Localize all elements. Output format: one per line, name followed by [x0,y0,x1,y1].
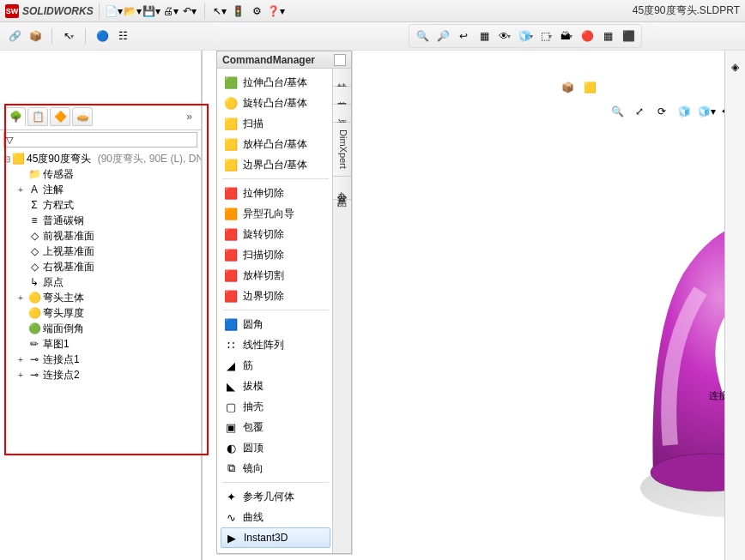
tree-item[interactable]: 🟢端面倒角 [3,321,201,336]
render-icon: 🔴 [581,30,594,42]
tree-item[interactable]: ◇右视基准面 [3,259,201,274]
cmd-item[interactable]: 🟥旋转切除 [221,224,330,244]
tree-item[interactable]: ◇前视基准面 [3,228,201,244]
toggle-icon[interactable]: + [15,355,26,364]
hud-rotate[interactable]: ⟳ [652,102,671,121]
view-button[interactable]: 👁▾ [495,27,514,45]
prev-button[interactable]: ↩ [454,27,473,45]
cmd-item[interactable]: 🟧异型孔向导 [221,203,330,224]
toolbar-row-2: 🔗 📦 ↖▾ 🔵 ☷ 🔍 🔎 ↩ ▦ 👁▾ 🧊▾ ⬚▾ 🏔▾ 🔴 ▦ ⬛ [0,22,745,51]
toggle-icon[interactable]: + [15,185,26,195]
cmd-item[interactable]: ▣包覆 [221,417,330,437]
workspace: 🌳 📋 🔶 🥧 » ⊟ 🟨 45度90度弯头 (90度弯头, 90E (L), … [0,51,745,560]
grid-button[interactable]: ▦ [598,27,617,45]
vp-tab-2[interactable]: 🟨 [580,78,599,97]
tree-item[interactable]: ◇上视基准面 [3,244,201,259]
tree-item[interactable]: 📁传感器 [3,166,201,182]
toggle-icon[interactable]: ⊟ [3,154,10,164]
assembly-button[interactable]: 🔗 [5,27,24,45]
cmd-tab[interactable]: 评估 [333,105,351,123]
elbow-3d-model[interactable] [572,162,745,522]
cmd-item[interactable]: ◐圆顶 [221,437,330,458]
cmd-item[interactable]: ∷线性阵列 [221,334,330,355]
cmd-tab[interactable]: 特征 [333,69,351,87]
cmd-item[interactable]: 🟩拉伸凸台/基体 [221,72,330,93]
cmd-item-label: 曲线 [243,510,263,525]
tree-item[interactable]: +A注解 [3,182,201,197]
hud-cube1[interactable]: 🧊 [675,102,694,121]
cmd-item[interactable]: 🟨扫描 [221,113,330,134]
cmd-item[interactable]: 🟥边界切除 [221,286,330,306]
options-icon: ⚙ [252,5,262,17]
section-icon: ▦ [480,30,489,42]
cmd-item[interactable]: 🟥拉伸切除 [221,183,330,203]
tree-item[interactable]: ≡普通碳钢 [3,213,201,228]
render-button[interactable]: 🔴 [578,27,597,45]
cmd-item[interactable]: ▢抽壳 [221,396,330,417]
cmd-item[interactable]: 🟨放样凸台/基体 [221,134,330,154]
tree-item[interactable]: +⊸连接点2 [3,367,201,382]
tab-feature-tree[interactable]: 🌳 [5,107,26,126]
tree-item[interactable]: ✏草图1 [3,336,201,352]
rebuild-button[interactable]: 🚦 [229,2,248,21]
cmd-tab[interactable]: 办公室产品 [333,177,351,200]
viewport-tabs: 📦 🟨 [558,78,599,97]
tab-property[interactable]: 📋 [27,107,48,126]
appearance-button[interactable]: 🔵 [93,27,112,45]
hud-zoom[interactable]: 🔍 [608,102,627,121]
edge-button[interactable]: ⬚▾ [536,27,555,45]
zoom-button[interactable]: 🔍 [413,27,432,45]
save-button[interactable]: 💾▾ [142,2,161,21]
zoomarea-button[interactable]: 🔎 [433,27,452,45]
part-button[interactable]: 📦 [26,27,45,45]
filter-input[interactable] [3,132,197,148]
cmd-item[interactable]: 🟥扫描切除 [221,244,330,265]
scene-button[interactable]: 🏔▾ [557,27,576,45]
tree-item[interactable]: Σ方程式 [3,197,201,213]
cmd-tab[interactable]: DimXpert [333,123,351,177]
open-button[interactable]: 📂▾ [124,2,142,21]
hud-fit[interactable]: ⤢ [630,102,649,121]
command-manager-header[interactable]: CommandManager [217,51,351,69]
list-button[interactable]: ☷ [113,27,132,45]
cmd-item[interactable]: 🟡旋转凸台/基体 [221,93,330,113]
cmd-item[interactable]: 🟦圆角 [221,314,330,334]
cmd-item[interactable]: ∿曲线 [221,507,330,527]
tab-dim[interactable]: 🥧 [72,107,93,126]
tree-item[interactable]: +⊸连接点1 [3,352,201,367]
options-button[interactable]: ⚙ [248,2,267,21]
task-pane[interactable]: ◈ [724,51,745,560]
hud-cube2[interactable]: 🧊▾ [697,102,716,121]
print-button[interactable]: 🖨▾ [161,2,180,21]
tree-item[interactable]: ↳原点 [3,274,201,290]
pin-icon[interactable] [334,54,346,66]
toggle-icon[interactable]: + [15,293,26,303]
cmd-item[interactable]: 🟥放样切割 [221,265,330,286]
display-button[interactable]: 🧊▾ [516,27,535,45]
cmd-item[interactable]: ✦参考几何体 [221,486,330,507]
panel-collapse-button[interactable]: » [183,111,196,123]
shadow-button[interactable]: ⬛ [619,27,638,45]
tree-root[interactable]: ⊟ 🟨 45度90度弯头 (90度弯头, 90E (L), DN [3,151,201,166]
cmd-item[interactable]: ⧉镜向 [221,458,330,479]
cursor-button[interactable]: ↖▾ [59,27,78,45]
cmd-item[interactable]: ◢筋 [221,355,330,376]
help-button[interactable]: ❓▾ [267,2,286,21]
feature-tree[interactable]: ⊟ 🟨 45度90度弯头 (90度弯头, 90E (L), DN 📁传感器+A注… [0,149,201,560]
taskpane-triad[interactable]: ◈ [726,57,745,76]
select-button[interactable]: ↖▾ [210,2,229,21]
command-tabs: 特征草图评估DimXpert办公室产品 [332,69,351,553]
new-button[interactable]: 📄▾ [105,2,124,21]
cmd-item-label: 圆顶 [243,441,263,455]
section-button[interactable]: ▦ [475,27,494,45]
tree-item[interactable]: 🟡弯头厚度 [3,305,201,321]
cmd-item[interactable]: ◣拔模 [221,376,330,396]
cmd-item[interactable]: ▶Instant3D [221,527,330,548]
toggle-icon[interactable]: + [15,370,26,380]
undo-button[interactable]: ↶▾ [180,2,199,21]
cmd-tab[interactable]: 草图 [333,87,351,105]
vp-tab-1[interactable]: 📦 [558,78,577,97]
cmd-item[interactable]: 🟨边界凸台/基体 [221,154,330,175]
tree-item[interactable]: +🟡弯头主体 [3,290,201,305]
tab-config[interactable]: 🔶 [50,107,70,126]
